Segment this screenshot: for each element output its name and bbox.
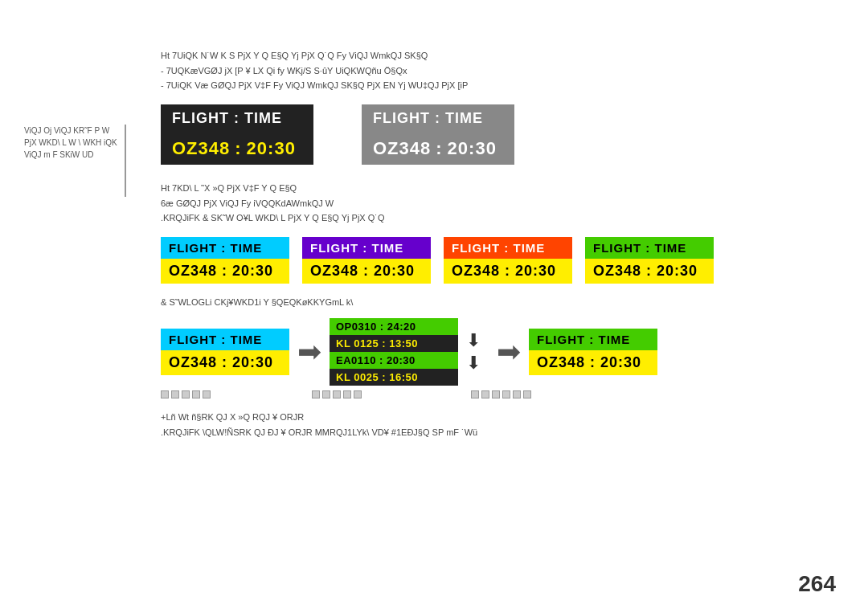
bottom-line1: +Lñ Wt ñ§RK QJ X »Q RQJ ¥ ORJR (161, 410, 836, 425)
cap-sq (343, 390, 351, 398)
caption-squares-3 (471, 390, 531, 398)
large-board-dark: FLIGHT : TIME OZ348 : 20:30 (161, 104, 313, 165)
small-board-green: FLIGHT : TIME OZ348 : 20:30 (585, 237, 714, 284)
small-board-orange-data: OZ348 : 20:30 (444, 259, 572, 284)
small-board-orange-header: FLIGHT : TIME (444, 237, 572, 259)
cap-sq (161, 390, 169, 398)
small-board-purple-header: FLIGHT : TIME (302, 237, 431, 259)
cap-sq (502, 390, 510, 398)
small-board-green-data: OZ348 : 20:30 (585, 259, 714, 284)
title-line1: Ht 7UiQK N˙W K S PjX Y Q E§Q Yj PjX Q˙Q … (161, 48, 836, 63)
title-bullet1: - 7UQKæVGØJ jX [P ¥ LX Qi fy WKj/S S·ûY … (161, 63, 836, 79)
mfb-row-kl1: KL 0125 : 13:50 (330, 335, 458, 352)
small-board-purple: FLIGHT : TIME OZ348 : 20:30 (302, 237, 431, 284)
page-number: 264 (798, 571, 836, 597)
arrow-right-1: ➡ (297, 335, 321, 369)
small-board-cyan: FLIGHT : TIME OZ348 : 20:30 (161, 237, 289, 284)
mfb-row-ea: EA0110 : 20:30 (330, 352, 458, 369)
mfb-row-op: OP0310 : 24:20 (330, 318, 458, 335)
cap-sq (492, 390, 500, 398)
sub-title-line1: Ht 7KD\ L ˜X »Q PjX V‡F Y Q E§Q (161, 181, 836, 196)
large-board-dark-header: FLIGHT : TIME (161, 104, 313, 133)
main-title-block: Ht 7UiQK N˙W K S PjX Y Q E§Q Yj PjX Q˙Q … (161, 48, 836, 93)
arrow-down-group: ⬇ ⬇ (466, 330, 481, 374)
flow-right-header: FLIGHT : TIME (529, 329, 657, 350)
caption-2 (312, 389, 362, 398)
cap-sq (171, 390, 179, 398)
flow-scenario-row: FLIGHT : TIME OZ348 : 20:30 ➡ OP0310 : 2… (161, 318, 836, 386)
sub-title-line2: 6æ GØQJ PjX ViQJ Fy iVQQKdAWmkQJ W (161, 196, 836, 211)
mfb-row-kl2: KL 0025 : 16:50 (330, 369, 458, 386)
caption-squares-2 (312, 390, 362, 398)
arrow-down-2: ⬇ (466, 353, 481, 374)
arrow-down-1: ⬇ (466, 330, 481, 351)
small-board-cyan-data: OZ348 : 20:30 (161, 259, 289, 284)
cap-sq (312, 390, 320, 398)
multi-flight-board: OP0310 : 24:20 KL 0125 : 13:50 EA0110 : … (330, 318, 458, 386)
cap-sq (481, 390, 489, 398)
arrow-right-2: ➡ (497, 335, 521, 369)
cap-sq (203, 390, 211, 398)
cap-sq (333, 390, 341, 398)
sub-title-line3: .KRQJiFK & SK˜W O¥L WKD\ L PjX Y Q E§Q Y… (161, 210, 836, 226)
flow-note: & S˜WLOGLi CKj¥WKD1i Y §QEQKøKKYGmL k\ (161, 295, 836, 310)
sidebar-text: ViQJ Oj ViQJ KR˜F P W PjX WKD\ L W \ WKH… (24, 125, 121, 161)
cap-sq (192, 390, 200, 398)
caption-squares-1 (161, 390, 211, 398)
sub-title-block: Ht 7KD\ L ˜X »Q PjX V‡F Y Q E§Q 6æ GØQJ … (161, 181, 836, 226)
cap-sq (471, 390, 479, 398)
bottom-text: +Lñ Wt ñ§RK QJ X »Q RQJ ¥ ORJR .KRQJiFK … (161, 410, 836, 439)
content-area: Ht 7UiQK N˙W K S PjX Y Q E§Q Yj PjX Q˙Q … (161, 48, 836, 439)
cap-sq (182, 390, 190, 398)
cap-sq (354, 390, 362, 398)
small-boards-row: FLIGHT : TIME OZ348 : 20:30 FLIGHT : TIM… (161, 237, 836, 284)
small-board-orange: FLIGHT : TIME OZ348 : 20:30 (444, 237, 572, 284)
flow-left-data: OZ348 : 20:30 (161, 350, 289, 375)
caption-row (161, 389, 836, 398)
caption-3 (471, 389, 531, 398)
flow-right-board: FLIGHT : TIME OZ348 : 20:30 (529, 329, 657, 375)
flow-right-data: OZ348 : 20:30 (529, 350, 657, 375)
large-board-gray-header: FLIGHT : TIME (362, 104, 514, 133)
large-board-gray: FLIGHT : TIME OZ348 : 20:30 (362, 104, 514, 165)
bottom-line2: .KRQJiFK \QLW!ÑSRK QJ ÐJ ¥ ORJR MMRQJ1LY… (161, 425, 836, 440)
large-boards-row: FLIGHT : TIME OZ348 : 20:30 FLIGHT : TIM… (161, 104, 836, 165)
cap-sq (322, 390, 330, 398)
large-board-dark-data: OZ348 : 20:30 (161, 133, 313, 165)
large-board-gray-data: OZ348 : 20:30 (362, 133, 514, 165)
cap-sq (523, 390, 531, 398)
flow-left-header: FLIGHT : TIME (161, 329, 289, 350)
small-board-purple-data: OZ348 : 20:30 (302, 259, 431, 284)
cap-sq (513, 390, 521, 398)
small-board-green-header: FLIGHT : TIME (585, 237, 714, 259)
small-board-cyan-header: FLIGHT : TIME (161, 237, 289, 259)
sidebar-line (125, 125, 126, 197)
caption-1 (161, 389, 211, 398)
title-bullet2: - 7UiQK Væ GØQJ PjX V‡F Fy ViQJ WmkQJ SK… (161, 78, 836, 93)
flow-left-board: FLIGHT : TIME OZ348 : 20:30 (161, 329, 289, 375)
